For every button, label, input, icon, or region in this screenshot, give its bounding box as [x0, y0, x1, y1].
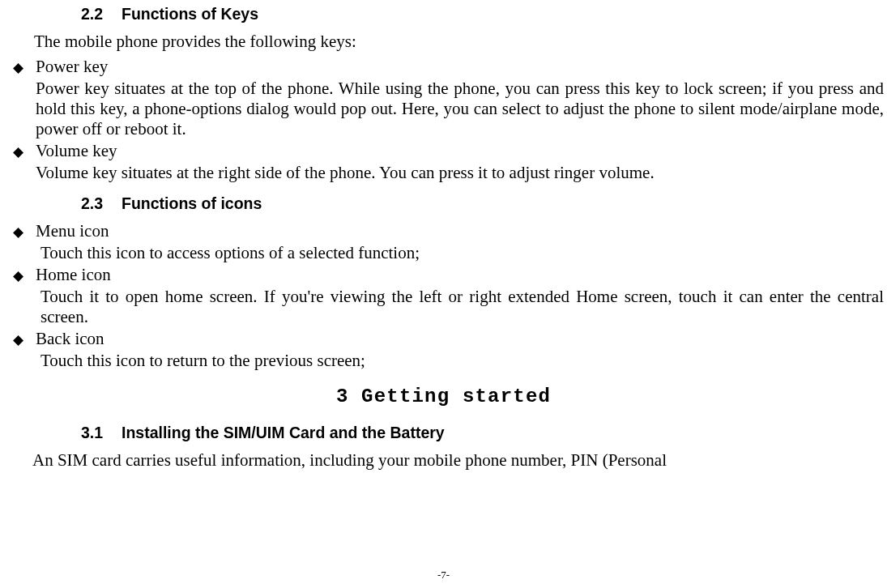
item-title: Back icon [36, 329, 884, 349]
keys-list: Power key Power key situates at the top … [3, 57, 884, 183]
keys-intro: The mobile phone provides the following … [34, 32, 884, 52]
item-title: Power key [36, 57, 884, 77]
list-item: Menu icon Touch this icon to access opti… [36, 221, 884, 263]
heading-title: Functions of icons [122, 194, 262, 212]
heading-num: 3.1 [81, 424, 122, 442]
icons-list: Menu icon Touch this icon to access opti… [3, 221, 884, 371]
list-item: Home icon Touch it to open home screen. … [36, 265, 884, 327]
item-desc: Touch it to open home screen. If you're … [36, 287, 884, 327]
sim-paragraph: An SIM card carries useful information, … [3, 450, 884, 471]
item-desc: Power key situates at the top of the pho… [36, 79, 884, 139]
heading-title: Functions of Keys [122, 5, 258, 23]
item-title: Volume key [36, 141, 884, 161]
list-item: Power key Power key situates at the top … [36, 57, 884, 139]
heading-num: 2.3 [81, 194, 122, 213]
heading-title: Installing the SIM/UIM Card and the Batt… [122, 424, 445, 441]
heading-num: 2.2 [81, 5, 122, 23]
heading-2-3: 2.3Functions of icons [81, 194, 884, 213]
list-item: Volume key Volume key situates at the ri… [36, 141, 884, 183]
item-desc: Touch this icon to return to the previou… [36, 351, 884, 371]
page-number: -7- [0, 569, 887, 582]
item-desc: Volume key situates at the right side of… [36, 163, 884, 183]
heading-3-1: 3.1Installing the SIM/UIM Card and the B… [81, 424, 884, 442]
heading-2-2: 2.2Functions of Keys [81, 5, 884, 23]
chapter-3-title: 3 Getting started [3, 386, 884, 407]
item-desc: Touch this icon to access options of a s… [36, 243, 884, 263]
item-title: Menu icon [36, 221, 884, 241]
item-title: Home icon [36, 265, 884, 285]
list-item: Back icon Touch this icon to return to t… [36, 329, 884, 371]
